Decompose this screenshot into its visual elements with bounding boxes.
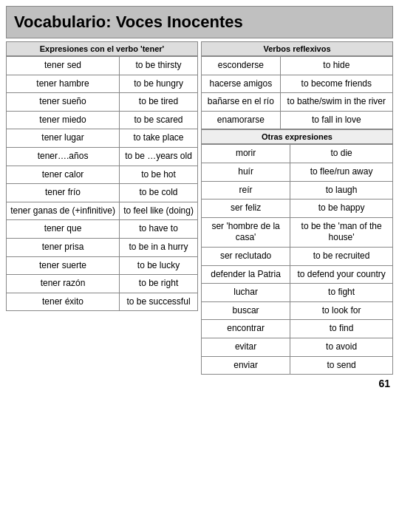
table-row: tener calorto be hot (7, 166, 198, 184)
table-row: tener lugarto take place (7, 129, 198, 148)
page-number: 61 (6, 378, 393, 389)
table-row: tener razónto be right (7, 275, 198, 293)
table-row: lucharto fight (202, 284, 393, 302)
otras-table: morirto diehuírto flee/run awayreírto la… (201, 144, 393, 375)
table-row: tener miedoto be scared (7, 111, 198, 129)
table-row: tener queto have to (7, 220, 198, 239)
table-row: tener hambreto be hungry (7, 75, 198, 93)
table-row: defender la Patriato defend your country (202, 265, 393, 284)
table-row: ser felizto be happy (202, 200, 393, 218)
page-title: Vocabulario: Voces Inocentes (6, 6, 393, 38)
table-row: tener suerteto be lucky (7, 256, 198, 275)
table-row: ser reclutadoto be recruited (202, 247, 393, 265)
left-section: Expresiones con el verbo 'tener' tener s… (6, 41, 198, 375)
table-row: tener ganas de (+infinitive)to feel like… (7, 202, 198, 220)
table-row: tener sueñoto be tired (7, 93, 198, 112)
table-row: tener prisato be in a hurry (7, 238, 198, 256)
table-row: huírto flee/run away (202, 163, 393, 181)
table-row: esconderseto hide (202, 57, 393, 75)
table-row: tener éxitoto be successful (7, 293, 198, 311)
otras-header: Otras expresiones (201, 129, 393, 144)
table-row: buscarto look for (202, 301, 393, 320)
right-header: Verbos reflexivos (201, 41, 393, 56)
right-section: Verbos reflexivos esconderseto hidehacer… (201, 41, 393, 375)
table-row: ser 'hombre de la casa'to be the 'man of… (202, 217, 393, 247)
left-header: Expresiones con el verbo 'tener' (6, 41, 198, 56)
table-row: tener sedto be thirsty (7, 57, 198, 75)
table-row: tener fríoto be cold (7, 184, 198, 202)
table-row: evitarto avoid (202, 338, 393, 356)
table-row: encontrarto find (202, 320, 393, 338)
reflexive-table: esconderseto hidehacerse amigosto become… (201, 56, 393, 129)
table-row: reírto laugh (202, 181, 393, 200)
table-row: morirto die (202, 145, 393, 163)
table-row: tener….añosto be …years old (7, 147, 198, 166)
table-row: hacerse amigosto become friends (202, 75, 393, 93)
table-row: enviarto send (202, 356, 393, 375)
table-row: bañarse en el ríoto bathe/swim in the ri… (202, 93, 393, 112)
table-row: enamorarseto fall in love (202, 111, 393, 129)
tener-table: tener sedto be thirstytener hambreto be … (6, 56, 198, 311)
